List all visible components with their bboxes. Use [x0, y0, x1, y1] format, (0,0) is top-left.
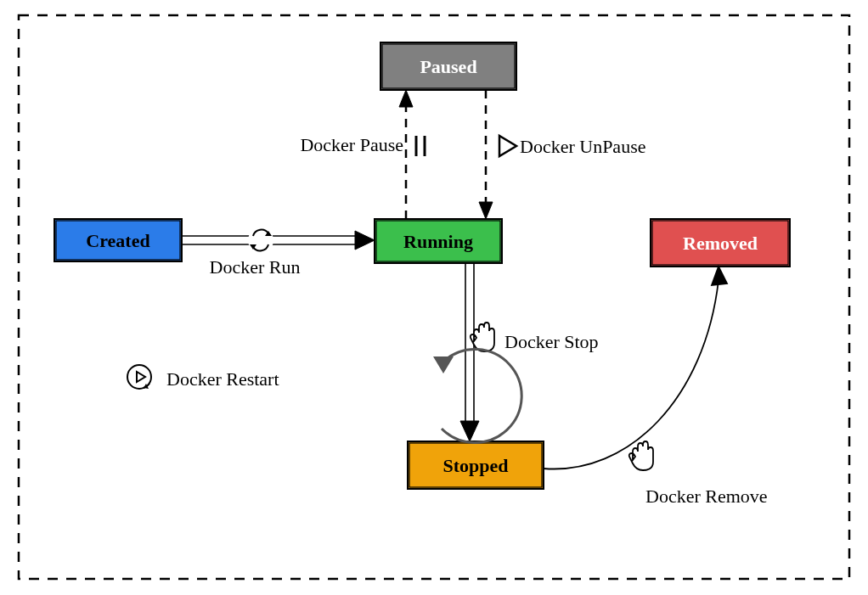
edge-run-label: Docker Run — [210, 256, 301, 278]
svg-marker-28 — [137, 372, 145, 382]
svg-marker-22 — [499, 136, 516, 156]
state-running-label: Running — [403, 231, 473, 252]
restart-icon — [127, 365, 151, 389]
svg-marker-30 — [712, 267, 727, 285]
hand-remove-icon — [629, 441, 653, 470]
edge-stop-label: Docker Stop — [504, 331, 599, 352]
svg-marker-25 — [460, 421, 479, 441]
svg-marker-21 — [479, 202, 493, 219]
edge-remove-label: Docker Remove — [645, 486, 768, 507]
edge-pause-label: Docker Pause — [300, 134, 403, 155]
edge-unpause — [479, 90, 493, 219]
docker-lifecycle-diagram: Created Running Paused Stopped Removed — [0, 0, 868, 595]
edge-stop — [460, 263, 479, 441]
state-paused: Paused — [380, 42, 516, 90]
edge-unpause-label: Docker UnPause — [520, 136, 645, 157]
pause-icon — [416, 136, 425, 156]
edge-remove — [544, 267, 727, 469]
play-icon — [499, 136, 516, 156]
state-removed-label: Removed — [683, 233, 758, 254]
state-removed: Removed — [651, 219, 790, 267]
svg-marker-26 — [433, 356, 454, 373]
state-running: Running — [375, 219, 502, 263]
state-created: Created — [54, 219, 182, 261]
edge-restart-label: Docker Restart — [166, 368, 279, 390]
state-stopped: Stopped — [408, 441, 544, 489]
edge-run — [182, 231, 375, 250]
run-icon — [248, 227, 273, 253]
state-paused-label: Paused — [420, 56, 476, 77]
svg-point-13 — [248, 227, 273, 253]
edge-restart — [433, 349, 521, 442]
svg-marker-17 — [399, 90, 413, 107]
state-stopped-label: Stopped — [442, 455, 508, 476]
state-created-label: Created — [86, 230, 149, 251]
svg-marker-12 — [355, 231, 375, 250]
